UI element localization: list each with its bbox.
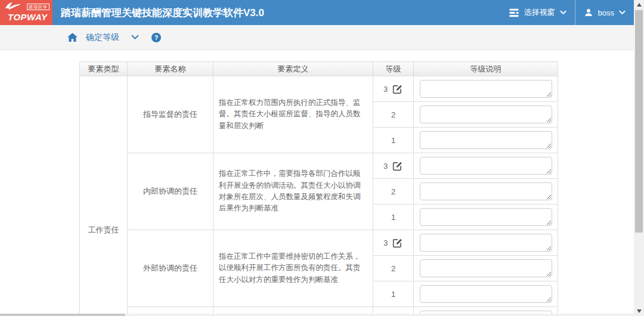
level-cell: 3 bbox=[373, 230, 414, 256]
nav-chevron-down-icon[interactable] bbox=[131, 35, 139, 40]
level-description-cell bbox=[414, 128, 558, 153]
help-icon[interactable]: ? bbox=[151, 33, 161, 42]
logo-brand-text: TOPWAY bbox=[8, 12, 48, 22]
level-description-textarea[interactable] bbox=[420, 208, 552, 226]
header-actions: 选择视窗 boss bbox=[500, 0, 634, 25]
grade-definition-table: 要素类型 要素名称 要素定义 等级 等级说明 工作责任指导监督的责任指在正常权力… bbox=[79, 61, 558, 316]
level-cell: 3 bbox=[373, 153, 414, 179]
level-cell: 1 bbox=[373, 128, 414, 153]
factor-name-cell: 指导监督的责任 bbox=[128, 76, 213, 153]
level-value: 2 bbox=[391, 187, 395, 196]
vertical-scrollbar-thumb[interactable] bbox=[635, 10, 643, 233]
logo-subtitle: 踏瑞软件 bbox=[27, 4, 49, 10]
level-edit-icon[interactable] bbox=[392, 83, 403, 95]
chevron-down-icon bbox=[560, 10, 566, 15]
level-description-cell bbox=[414, 102, 558, 128]
app-window: 踏瑞软件 TOPWAY 踏瑞薪酬管理关键技能深度实训教学软件V3.0 选择视窗 bbox=[0, 0, 644, 316]
factor-definition-cell: 指在正常权力范围内所执行的正式指导、监督。其责任大小根据所监督、指导的人员数量和… bbox=[213, 76, 373, 153]
home-icon[interactable] bbox=[67, 33, 78, 42]
level-description-textarea[interactable] bbox=[420, 131, 552, 149]
col-header-factor-name: 要素名称 bbox=[128, 62, 213, 76]
level-description-cell bbox=[414, 256, 558, 281]
level-cell: 2 bbox=[373, 256, 414, 281]
window-select-label: 选择视窗 bbox=[524, 7, 555, 18]
col-header-factor-definition: 要素定义 bbox=[213, 62, 373, 76]
level-description-cell bbox=[414, 76, 558, 102]
table-header-row: 要素类型 要素名称 要素定义 等级 等级说明 bbox=[80, 62, 558, 76]
col-header-level: 等级 bbox=[373, 62, 414, 76]
level-edit-icon[interactable] bbox=[392, 160, 403, 172]
level-description-textarea[interactable] bbox=[420, 182, 552, 200]
top-header-bar: 踏瑞软件 TOPWAY 踏瑞薪酬管理关键技能深度实训教学软件V3.0 选择视窗 bbox=[0, 0, 634, 25]
factor-definition-cell: 指在正常工作中，需要指导各部门合作以顺利开展业务的协调活动。其责任大小以协调对象… bbox=[213, 153, 373, 230]
wing-icon bbox=[4, 2, 22, 10]
level-value: 2 bbox=[391, 264, 395, 273]
level-cell: 1 bbox=[373, 281, 414, 307]
nav-item-current[interactable]: 确定等级 bbox=[86, 32, 119, 43]
user-icon bbox=[584, 8, 593, 17]
factor-name-cell: 内部协调的责任 bbox=[128, 153, 213, 230]
level-edit-icon[interactable] bbox=[392, 237, 403, 249]
level-description-textarea[interactable] bbox=[420, 259, 552, 277]
level-description-textarea[interactable] bbox=[420, 80, 552, 98]
level-value: 1 bbox=[391, 213, 395, 222]
factor-type-cell: 工作责任 bbox=[80, 76, 128, 316]
app-title: 踏瑞薪酬管理关键技能深度实训教学软件V3.0 bbox=[61, 6, 264, 20]
level-value: 3 bbox=[383, 238, 388, 247]
col-header-level-description: 等级说明 bbox=[414, 62, 558, 76]
level-description-cell bbox=[414, 230, 558, 256]
level-description-cell bbox=[414, 281, 558, 307]
level-description-cell bbox=[414, 153, 558, 179]
vertical-scrollbar[interactable] bbox=[634, 0, 644, 316]
brand-logo[interactable]: 踏瑞软件 TOPWAY bbox=[0, 0, 52, 25]
window-select-menu[interactable]: 选择视窗 bbox=[500, 0, 575, 25]
level-description-textarea[interactable] bbox=[420, 157, 552, 175]
factor-name-cell: 外部协调的责任 bbox=[128, 230, 213, 307]
windows-icon bbox=[509, 8, 519, 17]
level-row: 外部协调的责任指在正常工作中需要维持密切的工作关系，以便顺利开展工作方面所负有的… bbox=[80, 230, 558, 256]
level-cell: 2 bbox=[373, 179, 414, 205]
level-value: 1 bbox=[391, 136, 395, 145]
level-value: 3 bbox=[383, 85, 388, 94]
horizontal-scrollbar[interactable] bbox=[0, 314, 634, 316]
breadcrumb-toolbar: 确定等级 ? bbox=[0, 25, 634, 50]
level-description-cell bbox=[414, 205, 558, 230]
level-value: 2 bbox=[391, 110, 395, 119]
scroll-down-arrow-icon[interactable] bbox=[637, 309, 642, 313]
level-cell: 2 bbox=[373, 102, 414, 128]
level-cell: 3 bbox=[373, 76, 414, 102]
level-description-cell bbox=[414, 179, 558, 205]
level-value: 3 bbox=[383, 162, 388, 171]
chevron-down-icon bbox=[619, 10, 626, 15]
user-name: boss bbox=[598, 8, 614, 17]
level-row: 内部协调的责任指在正常工作中，需要指导各部门合作以顺利开展业务的协调活动。其责任… bbox=[80, 153, 558, 179]
col-header-factor-type: 要素类型 bbox=[80, 62, 128, 76]
level-row: 工作责任指导监督的责任指在正常权力范围内所执行的正式指导、监督。其责任大小根据所… bbox=[80, 76, 558, 102]
level-description-textarea[interactable] bbox=[420, 106, 552, 123]
level-cell: 1 bbox=[373, 205, 414, 230]
factor-definition-cell: 指在正常工作中需要维持密切的工作关系，以便顺利开展工作方面所负有的责任。其责任大… bbox=[213, 230, 373, 307]
scroll-up-arrow-icon[interactable] bbox=[637, 3, 642, 7]
level-value: 1 bbox=[391, 290, 395, 299]
level-description-textarea[interactable] bbox=[420, 234, 552, 252]
level-description-textarea[interactable] bbox=[420, 285, 552, 303]
user-menu[interactable]: boss bbox=[575, 0, 634, 25]
horizontal-scrollbar-thumb[interactable] bbox=[0, 314, 125, 316]
